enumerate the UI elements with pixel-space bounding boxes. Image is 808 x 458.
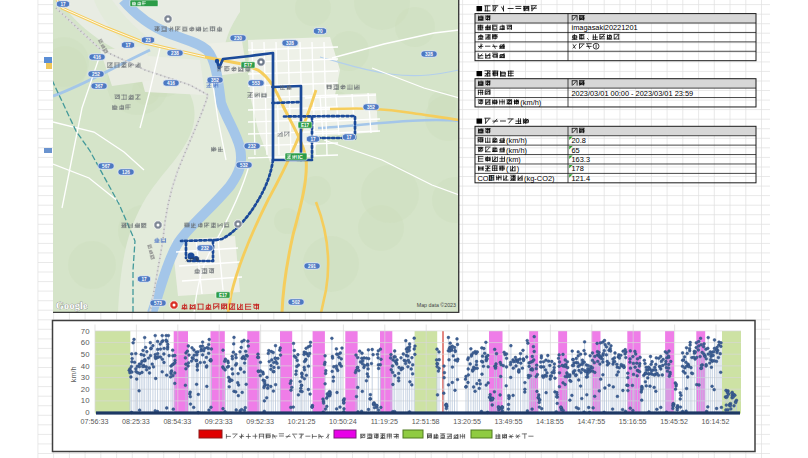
svg-text:Map data ©2023: Map data ©2023 [417, 302, 456, 308]
svg-text:17: 17 [125, 43, 131, 48]
svg-text:(km): (km) [506, 155, 521, 164]
svg-text:416: 416 [167, 81, 175, 86]
svg-text:(kg-CO2): (kg-CO2) [524, 174, 554, 183]
svg-text:07:56:33: 07:56:33 [81, 418, 109, 426]
svg-text:238: 238 [171, 51, 179, 56]
svg-text:16:14:52: 16:14:52 [702, 418, 730, 426]
svg-text:): ) [517, 164, 519, 173]
svg-text:328: 328 [286, 41, 294, 46]
svg-text:imagasaki20221201: imagasaki20221201 [572, 23, 638, 32]
svg-text:13:20:55: 13:20:55 [453, 418, 481, 426]
svg-text:352: 352 [211, 78, 219, 83]
svg-text:17: 17 [60, 2, 66, 7]
svg-text:14:47:55: 14:47:55 [577, 418, 605, 426]
svg-text:(km/h): (km/h) [506, 136, 527, 145]
svg-text:178: 178 [572, 164, 584, 173]
svg-text:573: 573 [154, 301, 162, 306]
svg-text:567: 567 [102, 164, 110, 169]
svg-text:E17: E17 [219, 293, 228, 298]
svg-text:532: 532 [240, 163, 248, 168]
svg-text:17: 17 [346, 135, 352, 140]
svg-text:328: 328 [425, 52, 433, 57]
svg-text:416: 416 [93, 55, 101, 60]
svg-text:15:16:55: 15:16:55 [619, 418, 647, 426]
svg-text:E17: E17 [301, 123, 310, 128]
svg-text:08:25:33: 08:25:33 [122, 418, 150, 426]
svg-text:553: 553 [252, 81, 260, 86]
svg-text:10:21:25: 10:21:25 [288, 418, 316, 426]
svg-text:367: 367 [95, 84, 103, 89]
svg-text:08:54:33: 08:54:33 [163, 418, 191, 426]
svg-text:50: 50 [81, 350, 90, 359]
svg-text:(km/h): (km/h) [520, 98, 541, 107]
svg-text:65: 65 [572, 146, 580, 155]
svg-text:352: 352 [367, 105, 375, 110]
svg-text:291: 291 [308, 264, 316, 269]
svg-text:230: 230 [234, 36, 242, 41]
svg-text:(km/h): (km/h) [506, 146, 527, 155]
svg-text:70: 70 [317, 29, 323, 34]
svg-text:10: 10 [81, 396, 90, 405]
svg-text:09:23:33: 09:23:33 [205, 418, 233, 426]
svg-text:15:45:52: 15:45:52 [660, 418, 688, 426]
svg-text:126: 126 [122, 170, 130, 175]
svg-text:252: 252 [92, 72, 100, 77]
svg-text:17: 17 [310, 137, 316, 142]
svg-text:17: 17 [141, 277, 147, 282]
svg-text:60: 60 [81, 338, 90, 347]
svg-text:30: 30 [81, 373, 90, 382]
svg-text:163.3: 163.3 [572, 155, 591, 164]
svg-text:23: 23 [145, 38, 151, 43]
svg-text:09:52:33: 09:52:33 [246, 418, 274, 426]
svg-text:12:51:58: 12:51:58 [412, 418, 440, 426]
svg-text:70: 70 [81, 327, 90, 336]
svg-text:40: 40 [81, 362, 90, 371]
svg-text:2023/03/01 00:00 - 2023/03/01: 2023/03/01 00:00 - 2023/03/01 23:59 [572, 89, 694, 98]
svg-text:0: 0 [85, 408, 90, 417]
svg-text:121.4: 121.4 [572, 174, 591, 183]
svg-text:502: 502 [292, 300, 300, 305]
svg-text:11:19:25: 11:19:25 [371, 418, 398, 426]
svg-text:20: 20 [81, 385, 90, 394]
svg-text:Google: Google [56, 300, 88, 311]
svg-text:14:18:55: 14:18:55 [536, 418, 564, 426]
svg-text:232: 232 [248, 144, 256, 149]
svg-text:232: 232 [201, 246, 209, 251]
svg-text:13:49:55: 13:49:55 [495, 418, 523, 426]
svg-text:IC: IC [298, 154, 303, 160]
svg-text:20.8: 20.8 [572, 136, 586, 145]
svg-text:10:50:24: 10:50:24 [329, 418, 357, 426]
svg-text:km/h: km/h [69, 366, 78, 382]
